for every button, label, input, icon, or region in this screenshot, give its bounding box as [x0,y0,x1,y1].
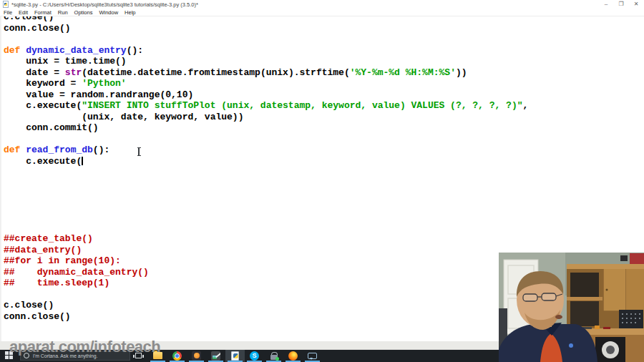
menu-run[interactable]: Run [58,9,68,16]
taskbar-chrome-button[interactable] [167,349,187,362]
code-line: keyword = 'Python' [4,78,528,89]
lock-app-icon [269,351,278,361]
taskbar-chat-button[interactable] [303,349,322,362]
code-line: ## time.sleep(1) [4,278,528,289]
code-line: ##data_entry() [4,245,528,256]
menu-file[interactable]: File [4,9,12,16]
code-line [4,34,528,45]
code-line: c.execute( [4,156,528,167]
code-line: date = str(datetime.datetime.fromtimesta… [4,67,528,79]
mouse-ibeam-cursor [136,147,142,157]
idle-window: *sqlite-3.py - C:/Users/H/Desktop/sqlite… [0,0,644,362]
code-line: conn.commit() [4,122,528,134]
code-line: value = random.randrange(0,10) [4,89,528,101]
taskbar-skype-button[interactable] [245,349,264,362]
menu-edit[interactable]: Edit [19,9,28,16]
webcam-overlay [499,253,644,362]
code-line: c.close() [4,16,528,23]
text-caret [82,157,83,165]
code-line: ##for i in range(10): [4,255,528,267]
taskbar-firefox-button[interactable] [283,349,303,362]
code-line [4,189,528,200]
code-line: ## dynamic_data_entry() [4,267,528,278]
taskbar-app-icons [148,349,322,362]
code-line [4,167,528,178]
chrome-icon [172,351,182,361]
code-line: (unix, date, keyword, value)) [4,112,528,123]
code-content: c.close()conn.close()def dynamic_data_en… [4,16,528,322]
code-line [4,222,528,234]
code-line [4,178,528,190]
gimp-icon [211,351,220,361]
maximize-icon[interactable]: ❐ [618,0,625,9]
chat-icon [308,353,317,359]
code-line: def read_from_db(): [4,145,528,156]
python-idle-icon [231,351,239,361]
skype-icon [250,351,259,361]
code-line: c.execute("INSERT INTO stuffToPlot (unix… [4,100,528,112]
media-player-icon [192,351,201,361]
code-line: unix = time.time() [4,56,528,67]
window-title: *sqlite-3.py - C:/Users/H/Desktop/sqlite… [11,1,198,8]
title-bar[interactable]: *sqlite-3.py - C:/Users/H/Desktop/sqlite… [0,0,644,9]
code-line [4,289,528,300]
menu-options[interactable]: Options [74,9,93,16]
code-line: conn.close() [4,23,528,34]
taskbar-lock-app-button[interactable] [264,349,283,362]
menu-format[interactable]: Format [34,9,52,16]
code-line: c.close() [4,300,528,311]
minimize-icon[interactable]: – [602,0,610,9]
menu-help[interactable]: Help [125,9,135,16]
taskbar-gimp-button[interactable] [206,349,225,362]
menu-bar: FileEditFormatRunOptionsWindowHelp [0,9,644,16]
firefox-icon [288,351,298,361]
code-line: conn.close() [4,311,528,323]
taskbar-python-idle-button[interactable] [225,349,245,362]
menu-window[interactable]: Window [99,9,118,16]
window-controls: – ❐ ✕ [602,0,640,9]
close-icon[interactable]: ✕ [633,0,640,9]
code-line: def dynamic_data_entry(): [4,45,528,57]
idle-file-icon [3,1,9,8]
code-line [4,200,528,212]
webcam-scene [499,253,644,362]
code-line [4,134,528,145]
code-line: ##create_table() [4,233,528,245]
taskbar-media-player-button[interactable] [187,349,206,362]
watermark-band: aparat.com/infoteach [0,341,499,350]
watermark-text: aparat.com/infoteach [9,338,160,356]
code-line [4,211,528,222]
